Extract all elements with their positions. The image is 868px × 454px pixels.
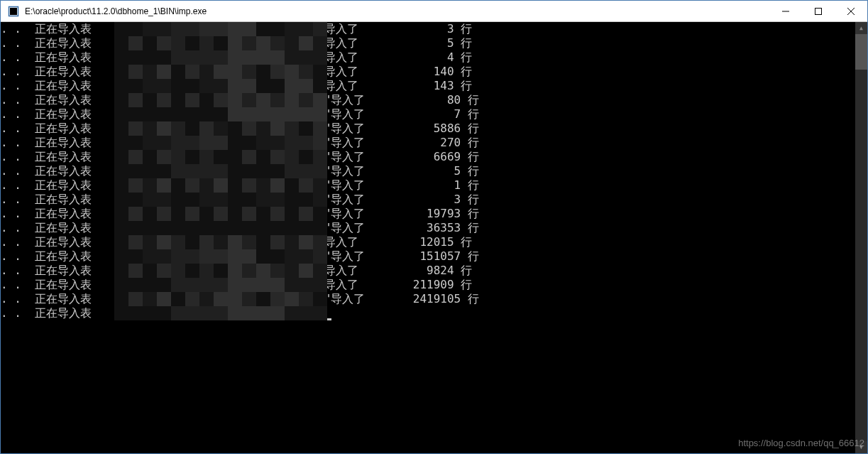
console-line: . . 正在导入表 " N"导入了 270 行 [1, 136, 855, 150]
console-line: . . 正在导入表 " K"导入了 6669 行 [1, 150, 855, 164]
window-controls [769, 1, 867, 21]
console-line: . . 正在导入表 " "导入了 5 行 [1, 36, 855, 50]
console-line: . . 正在导入表 " N"导入了 80 行 [1, 93, 855, 107]
console-line: . . 正在导入表 " S"导入了 2419105 行 [1, 292, 855, 306]
console-line: . . 正在导入表 " "导入了 140 行 [1, 65, 855, 79]
console-line: . . 正在导入表 " G"导入了 5 行 [1, 164, 855, 178]
console-line: . . 正在导入表 " "导入了 9824 行 [1, 264, 855, 278]
app-window: E:\oracle\product\11.2.0\dbhome_1\BIN\im… [0, 0, 868, 454]
vertical-scrollbar[interactable]: ▲ ▼ [855, 22, 867, 453]
close-button[interactable] [835, 1, 867, 21]
console-line: . . 正在导入表 " "导入了 4 行 [1, 50, 855, 65]
console-line-active: . . 正在导入表 " " [1, 306, 855, 320]
window-title: E:\oracle\product\11.2.0\dbhome_1\BIN\im… [25, 6, 769, 16]
console-line: . . 正在导入表 " S"导入了 151057 行 [1, 249, 855, 264]
terminal-icon [8, 6, 19, 17]
console-line: . . 正在导入表 " "导入了 211909 行 [1, 278, 855, 292]
svg-rect-3 [815, 8, 822, 14]
console-line: . . 正在导入表 " R"导入了 36353 行 [1, 221, 855, 235]
maximize-button[interactable] [802, 1, 835, 21]
svg-rect-1 [10, 8, 17, 15]
minimize-button[interactable] [769, 1, 802, 21]
console-line: . . 正在导入表 " "导入了 12015 行 [1, 235, 855, 249]
console-line: . . 正在导入表 " E"导入了 7 行 [1, 107, 855, 121]
console-line: . . 正在导入表 " E"导入了 19793 行 [1, 207, 855, 221]
scroll-up-button[interactable]: ▲ [855, 22, 867, 34]
scroll-down-button[interactable]: ▼ [855, 441, 867, 453]
console-line: . . 正在导入表 " G"导入了 3 行 [1, 193, 855, 207]
console-line: . . 正在导入表 " D"导入了 1 行 [1, 178, 855, 193]
console-content: . . 正在导入表 " "导入了 3 行. . 正在导入表 " "导入了 5 行… [1, 22, 855, 453]
scroll-thumb[interactable] [855, 34, 867, 70]
console-line: . . 正在导入表 " "导入了 3 行 [1, 22, 855, 36]
console-line: . . 正在导入表 " R"导入了 5886 行 [1, 121, 855, 136]
console-area: . . 正在导入表 " "导入了 3 行. . 正在导入表 " "导入了 5 行… [1, 22, 867, 453]
console-line: . . 正在导入表 " "导入了 143 行 [1, 79, 855, 93]
titlebar[interactable]: E:\oracle\product\11.2.0\dbhome_1\BIN\im… [1, 1, 867, 22]
